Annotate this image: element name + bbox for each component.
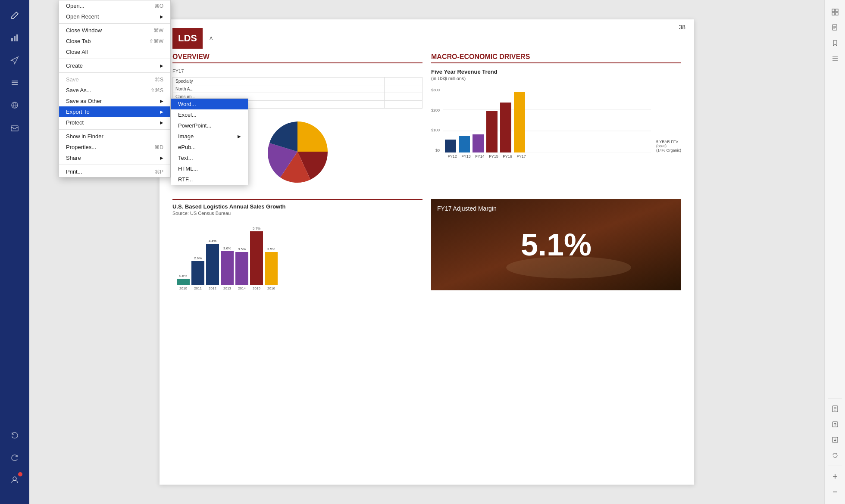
svg-rect-5 xyxy=(12,84,18,85)
bar-value-2014: 3.5% xyxy=(238,247,246,251)
menu-show-in-finder[interactable]: Show in Finder xyxy=(59,131,170,142)
export-rtf[interactable]: RTF... xyxy=(171,174,248,185)
logistics-chart: U.S. Based Logistics Annual Sales Growth… xyxy=(172,199,422,290)
bar-value-2010: 0.6% xyxy=(179,274,187,278)
menu-close-all[interactable]: Close All xyxy=(59,47,170,57)
menu-close-window[interactable]: Close Window ⌘W xyxy=(59,25,170,36)
menu-save-as[interactable]: Save As... ⇧⌘S xyxy=(59,85,170,96)
sidebar-icon-list[interactable] xyxy=(6,74,23,91)
sidebar-icon-globe[interactable] xyxy=(6,96,23,114)
menu-close-tab[interactable]: Close Tab ⇧⌘W xyxy=(59,36,170,47)
bar-value-2016: 3.5% xyxy=(267,247,275,251)
menu-share[interactable]: Share ▶ xyxy=(59,152,170,163)
main-content: 38 LDS A OVERVIEW FY17 Specialty xyxy=(29,0,824,504)
x-label-2015: 2015 xyxy=(250,286,263,290)
document-page: 38 LDS A OVERVIEW FY17 Specialty xyxy=(160,19,694,485)
macro-title: MACRO-ECONOMIC DRIVERS xyxy=(431,53,681,63)
page-number: 38 xyxy=(679,24,685,31)
sidebar-icon-user[interactable] xyxy=(6,471,23,488)
svg-rect-18 xyxy=(836,12,838,15)
right-panel-doc-icon[interactable] xyxy=(828,402,842,416)
export-html[interactable]: HTML... xyxy=(171,163,248,174)
separator-5 xyxy=(59,165,170,165)
header-subtitle: A xyxy=(210,36,213,41)
menu-export-to[interactable]: Export To ▶ xyxy=(59,106,170,117)
export-powerpoint[interactable]: PowerPoint... xyxy=(171,120,248,131)
y-label-0: $0 xyxy=(431,148,440,152)
sidebar-icon-chart[interactable] xyxy=(6,29,23,47)
lds-logo: LDS xyxy=(172,28,203,49)
bar-fy12 xyxy=(445,140,456,152)
right-panel-minus-icon[interactable] xyxy=(828,485,842,499)
notification-badge xyxy=(18,472,22,476)
menu-open-recent[interactable]: Open Recent ▶ xyxy=(59,11,170,22)
bar-fy16 xyxy=(500,103,511,152)
right-panel-import-icon[interactable] xyxy=(828,433,842,447)
table-row: Specialty xyxy=(173,78,422,85)
bar-fy14 xyxy=(473,134,484,152)
right-panel-divider-2 xyxy=(828,466,842,466)
right-panel-bookmark-icon[interactable] xyxy=(828,36,842,50)
sidebar-icon-redo[interactable] xyxy=(6,449,23,466)
right-panel-refresh-icon[interactable] xyxy=(828,448,842,462)
x-label-2013: 2013 xyxy=(221,286,234,290)
logistics-source: Source: US Census Bureau xyxy=(172,211,422,216)
x-label-fy17: FY17 xyxy=(516,154,527,159)
separator-3 xyxy=(59,72,170,73)
svg-rect-1 xyxy=(14,36,16,41)
svg-rect-2 xyxy=(16,34,18,41)
menu-open[interactable]: Open... ⌘O xyxy=(59,0,170,11)
menu-print[interactable]: Print... ⌘P xyxy=(59,166,170,177)
menu-save[interactable]: Save ⌘S xyxy=(59,74,170,85)
table-row: North A... xyxy=(173,85,422,93)
menu-properties[interactable]: Properties... ⌘D xyxy=(59,142,170,152)
bar-value-2015: 5.7% xyxy=(253,227,260,230)
menu-protect[interactable]: Protect ▶ xyxy=(59,117,170,128)
sidebar-icon-pen[interactable] xyxy=(6,7,23,24)
svg-rect-16 xyxy=(836,9,838,12)
right-panel-page-icon[interactable] xyxy=(828,21,842,34)
left-sidebar xyxy=(0,0,29,504)
chart-title: Five Year Revenue Trend xyxy=(431,68,681,75)
fy17-label: FY17 xyxy=(172,68,422,74)
export-image[interactable]: Image ▶ xyxy=(171,131,248,142)
svg-rect-17 xyxy=(832,12,835,15)
separator-4 xyxy=(59,129,170,130)
export-word[interactable]: Word... xyxy=(171,99,248,109)
sidebar-icon-inbox[interactable] xyxy=(6,119,23,136)
bar-2016 xyxy=(265,252,278,285)
bar-2012 xyxy=(206,244,219,285)
right-panel-grid-icon[interactable] xyxy=(828,5,842,19)
right-panel-plus-icon[interactable] xyxy=(828,470,842,483)
menu-save-as-other[interactable]: Save as Other ▶ xyxy=(59,96,170,106)
sidebar-icon-undo[interactable] xyxy=(6,426,23,444)
chart-legend: 5 YEAR FFV (38%) (14% Organic) xyxy=(656,140,681,152)
margin-value: 5.1% xyxy=(521,227,592,262)
right-panel-export-icon[interactable] xyxy=(828,417,842,431)
export-text[interactable]: Text... xyxy=(171,152,248,163)
export-excel[interactable]: Excel... xyxy=(171,109,248,120)
right-panel-lines-icon[interactable] xyxy=(828,52,842,65)
right-panel-divider xyxy=(828,398,842,398)
fy17-margin-box: FY17 Adjusted Margin 5.1% xyxy=(431,199,681,290)
export-epub[interactable]: ePub... xyxy=(171,142,248,152)
x-label-2010: 2010 xyxy=(177,286,190,290)
x-label-fy14: FY14 xyxy=(474,154,485,159)
separator-2 xyxy=(59,59,170,59)
five-year-chart: Five Year Revenue Trend (in US$ millions… xyxy=(431,68,681,159)
sidebar-icon-send[interactable] xyxy=(6,52,23,69)
bar-2015 xyxy=(250,231,263,285)
export-submenu: Word... Excel... PowerPoint... Image ▶ e… xyxy=(171,98,248,185)
x-label-fy12: FY12 xyxy=(447,154,458,159)
margin-label: FY17 Adjusted Margin xyxy=(437,205,497,212)
bar-2010 xyxy=(177,279,190,285)
x-label-2012: 2012 xyxy=(206,286,219,290)
svg-rect-3 xyxy=(12,81,18,81)
file-menu: Open... ⌘O Open Recent ▶ Close Window ⌘W… xyxy=(59,0,171,177)
chart-subtitle: (in US$ millions) xyxy=(431,76,681,81)
bar-value-2013: 3.6% xyxy=(223,246,231,250)
x-label-fy13: FY13 xyxy=(460,154,472,159)
separator-1 xyxy=(59,23,170,24)
menu-create[interactable]: Create ▶ xyxy=(59,60,170,71)
svg-rect-7 xyxy=(11,126,18,131)
